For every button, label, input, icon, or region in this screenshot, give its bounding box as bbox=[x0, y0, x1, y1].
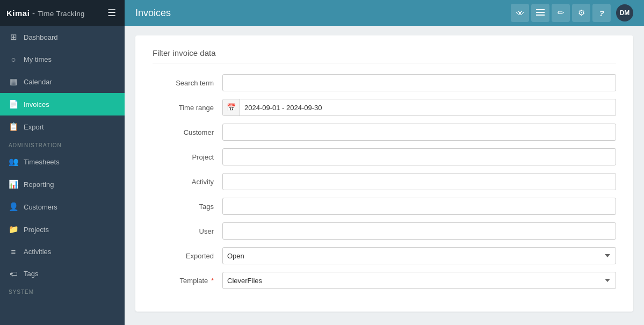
sidebar-item-label: Projects bbox=[24, 226, 49, 234]
user-avatar[interactable]: DM bbox=[616, 4, 633, 21]
project-row: Project bbox=[153, 148, 616, 165]
customer-row: Customer bbox=[153, 124, 616, 141]
admin-section-label: Administration bbox=[0, 138, 125, 150]
activity-input[interactable] bbox=[222, 173, 616, 190]
activity-label: Activity bbox=[153, 178, 222, 186]
help-button[interactable]: ? bbox=[592, 4, 611, 22]
user-row: User bbox=[153, 222, 616, 240]
system-section-label: System bbox=[0, 285, 125, 297]
search-term-input[interactable] bbox=[222, 74, 616, 91]
sidebar-item-label: Calendar bbox=[24, 78, 52, 86]
sidebar-item-dashboard[interactable]: ⊞ Dashboard bbox=[0, 26, 125, 48]
view-button[interactable]: 👁 bbox=[511, 4, 529, 22]
activity-row: Activity bbox=[153, 173, 616, 190]
tags-icon: 🏷 bbox=[9, 269, 18, 278]
list-icon bbox=[536, 9, 545, 17]
reporting-icon: 📊 bbox=[9, 179, 18, 189]
exported-label: Exported bbox=[153, 252, 222, 260]
sidebar-item-label: Customers bbox=[24, 203, 57, 211]
timesheets-icon: 👥 bbox=[9, 157, 18, 167]
filter-card: Filter invoice data Search term Time ran… bbox=[135, 35, 633, 312]
sidebar-item-label: Export bbox=[24, 123, 44, 131]
sidebar-item-label: Timesheets bbox=[24, 158, 60, 166]
sidebar-item-tags[interactable]: 🏷 Tags bbox=[0, 263, 125, 285]
sidebar-item-label: Reporting bbox=[24, 180, 54, 189]
menu-toggle-icon[interactable]: ☰ bbox=[105, 5, 118, 21]
customer-input[interactable] bbox=[222, 124, 616, 141]
svg-rect-1 bbox=[536, 12, 545, 13]
activities-icon: ≡ bbox=[9, 247, 18, 256]
sidebar-item-label: Invoices bbox=[24, 100, 49, 109]
sidebar: Kimai - Time Tracking ☰ ⊞ Dashboard ○ My… bbox=[0, 0, 125, 325]
sidebar-item-reporting[interactable]: 📊 Reporting bbox=[0, 173, 125, 196]
svg-rect-0 bbox=[536, 9, 545, 10]
page-title: Invoices bbox=[135, 8, 504, 19]
user-label: User bbox=[153, 227, 222, 235]
svg-rect-2 bbox=[536, 15, 545, 16]
tags-row: Tags bbox=[153, 198, 616, 215]
sidebar-item-calendar[interactable]: ▦ Calendar bbox=[0, 70, 125, 93]
topbar-actions: 👁 ✏ ⚙ ? DM bbox=[511, 4, 633, 22]
app-logo: Kimai - Time Tracking bbox=[6, 9, 85, 18]
time-range-label: Time range bbox=[153, 104, 222, 112]
time-range-input[interactable] bbox=[240, 102, 616, 114]
user-input[interactable] bbox=[222, 222, 616, 240]
sidebar-item-invoices[interactable]: 📄 Invoices bbox=[0, 93, 125, 115]
topbar: Invoices 👁 ✏ ⚙ ? DM bbox=[125, 0, 644, 26]
sidebar-header: Kimai - Time Tracking ☰ bbox=[0, 0, 125, 26]
tags-label: Tags bbox=[153, 203, 222, 211]
sidebar-item-label: Dashboard bbox=[24, 33, 58, 41]
project-label: Project bbox=[153, 153, 222, 161]
template-label: Template * bbox=[153, 277, 222, 285]
sidebar-item-label: My times bbox=[24, 55, 52, 63]
clock-icon: ○ bbox=[9, 55, 18, 64]
export-icon: 📋 bbox=[9, 122, 18, 132]
time-range-wrapper: 📅 bbox=[222, 99, 616, 116]
edit-button[interactable]: ✏ bbox=[552, 4, 570, 22]
sidebar-item-label: Activities bbox=[24, 248, 51, 256]
dashboard-icon: ⊞ bbox=[9, 32, 18, 42]
invoice-icon: 📄 bbox=[9, 99, 18, 109]
search-term-label: Search term bbox=[153, 79, 222, 87]
main-area: Invoices 👁 ✏ ⚙ ? DM Filter invoice data … bbox=[125, 0, 644, 325]
time-range-row: Time range 📅 bbox=[153, 99, 616, 116]
customers-icon: 👤 bbox=[9, 202, 18, 212]
required-indicator: * bbox=[209, 277, 214, 285]
filter-title: Filter invoice data bbox=[153, 48, 616, 63]
tags-input[interactable] bbox=[222, 198, 616, 215]
template-row: Template * CleverFiles bbox=[153, 272, 616, 289]
calendar-picker-button[interactable]: 📅 bbox=[223, 99, 240, 115]
content-area: Filter invoice data Search term Time ran… bbox=[125, 26, 644, 325]
sidebar-item-customers[interactable]: 👤 Customers bbox=[0, 196, 125, 218]
project-input[interactable] bbox=[222, 148, 616, 165]
exported-select[interactable]: Open Yes No All bbox=[222, 247, 616, 264]
search-term-row: Search term bbox=[153, 74, 616, 91]
sidebar-item-activities[interactable]: ≡ Activities bbox=[0, 241, 125, 263]
sidebar-item-timesheets[interactable]: 👥 Timesheets bbox=[0, 150, 125, 173]
sidebar-item-label: Tags bbox=[24, 270, 38, 278]
settings-button[interactable]: ⚙ bbox=[572, 4, 590, 22]
exported-row: Exported Open Yes No All bbox=[153, 247, 616, 264]
sidebar-item-export[interactable]: 📋 Export bbox=[0, 115, 125, 138]
customer-label: Customer bbox=[153, 128, 222, 136]
sidebar-item-projects[interactable]: 📁 Projects bbox=[0, 218, 125, 241]
projects-icon: 📁 bbox=[9, 225, 18, 234]
template-select[interactable]: CleverFiles bbox=[222, 272, 616, 289]
list-button[interactable] bbox=[531, 4, 549, 22]
sidebar-item-my-times[interactable]: ○ My times bbox=[0, 48, 125, 70]
calendar-icon: ▦ bbox=[9, 77, 18, 86]
